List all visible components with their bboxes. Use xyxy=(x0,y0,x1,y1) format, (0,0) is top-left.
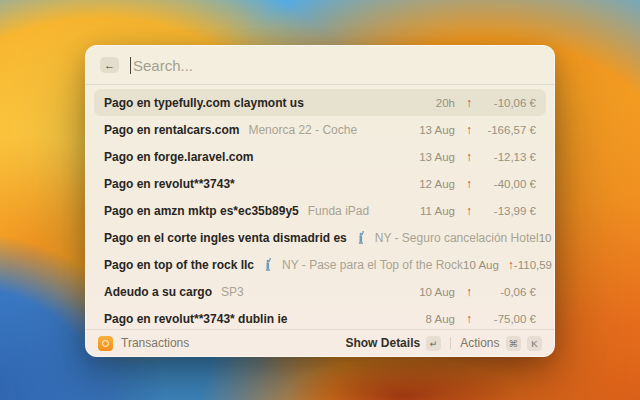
statue-of-liberty-icon xyxy=(263,258,273,271)
row-amount: -40,00 € xyxy=(474,178,536,190)
row-title: Pago en forge.laravel.com xyxy=(104,150,253,164)
row-title: Pago en revolut**3743* xyxy=(104,177,235,191)
arrow-up-icon: ↑ xyxy=(464,150,474,164)
arrow-left-icon: ← xyxy=(104,59,115,71)
show-details-label: Show Details xyxy=(345,336,420,350)
row-amount: -10,06 € xyxy=(474,97,536,109)
search-input[interactable]: Search... xyxy=(133,57,193,74)
row-date: 10 Aug xyxy=(463,259,499,271)
transaction-row[interactable]: Pago en top of the rock llc NY - Pase pa… xyxy=(94,251,546,278)
transactions-app-icon xyxy=(98,336,113,351)
source-label: Transactions xyxy=(121,336,189,350)
text-caret xyxy=(130,57,131,74)
row-date: 20h xyxy=(405,97,455,109)
row-amount: -13,99 € xyxy=(474,205,536,217)
back-button[interactable]: ← xyxy=(100,57,119,73)
transaction-row[interactable]: Pago en el corte ingles venta dismadrid … xyxy=(94,224,546,251)
arrow-up-icon: ↑ xyxy=(464,204,474,218)
row-date: 13 Aug xyxy=(405,151,455,163)
row-date: 8 Aug xyxy=(405,313,455,325)
transaction-row[interactable]: Pago en amzn mktp es*ec35b89y5 Funda iPa… xyxy=(94,197,546,224)
row-title: Pago en amzn mktp es*ec35b89y5 xyxy=(104,204,299,218)
arrow-up-icon: ↑ xyxy=(464,177,474,191)
transaction-row[interactable]: Adeudo a su cargo SP3 10 Aug ↑ -0,06 € xyxy=(94,278,546,305)
arrow-up-icon: ↑ xyxy=(464,285,474,299)
row-subtitle: NY - Pase para el Top of the Rock xyxy=(282,258,463,272)
arrow-up-icon: ↑ xyxy=(464,312,474,326)
row-subtitle: SP3 xyxy=(221,285,244,299)
k-key-badge: K xyxy=(527,336,542,351)
row-date: 13 Aug xyxy=(405,124,455,136)
row-title: Pago en typefully.com claymont us xyxy=(104,96,304,110)
row-date: 11 Aug xyxy=(405,205,455,217)
row-date: 10 Aug xyxy=(539,232,554,244)
footer-divider xyxy=(450,337,451,349)
transaction-row[interactable]: Pago en forge.laravel.com 13 Aug ↑ -12,1… xyxy=(94,143,546,170)
arrow-up-icon: ↑ xyxy=(464,96,474,110)
transaction-list: Pago en typefully.com claymont us 20h ↑ … xyxy=(86,85,554,329)
row-date: 10 Aug xyxy=(405,286,455,298)
row-amount: -110,59 € xyxy=(514,259,554,271)
launcher-window: ← Search... Pago en typefully.com claymo… xyxy=(85,45,555,357)
row-subtitle: Funda iPad xyxy=(308,204,369,218)
row-title: Pago en el corte ingles venta dismadrid … xyxy=(104,231,347,245)
show-details-button[interactable]: Show Details ↵ xyxy=(345,336,441,351)
row-date: 12 Aug xyxy=(405,178,455,190)
transaction-row[interactable]: Pago en revolut**3743* dublin ie 8 Aug ↑… xyxy=(94,305,546,329)
row-title: Pago en rentalcars.com xyxy=(104,123,239,137)
row-title: Pago en top of the rock llc xyxy=(104,258,254,272)
row-title: Pago en revolut**3743* dublin ie xyxy=(104,312,287,326)
row-amount: -12,13 € xyxy=(474,151,536,163)
row-amount: -0,06 € xyxy=(474,286,536,298)
cmd-key-badge: ⌘ xyxy=(506,336,522,351)
search-bar: ← Search... xyxy=(86,46,554,85)
row-subtitle: NY - Seguro cancelación Hotel xyxy=(375,231,539,245)
enter-key-badge: ↵ xyxy=(426,336,441,351)
footer-bar: Transactions Show Details ↵ Actions ⌘ K xyxy=(86,329,554,356)
arrow-up-icon: ↑ xyxy=(464,123,474,137)
row-subtitle: Menorca 22 - Coche xyxy=(248,123,357,137)
row-amount: -166,57 € xyxy=(474,124,536,136)
row-amount: -75,00 € xyxy=(474,313,536,325)
row-title: Adeudo a su cargo xyxy=(104,285,212,299)
actions-label: Actions xyxy=(460,336,499,350)
transaction-row[interactable]: Pago en rentalcars.com Menorca 22 - Coch… xyxy=(94,116,546,143)
transaction-row[interactable]: Pago en typefully.com claymont us 20h ↑ … xyxy=(94,89,546,116)
statue-of-liberty-icon xyxy=(356,231,366,244)
actions-button[interactable]: Actions ⌘ K xyxy=(460,336,542,351)
transaction-row[interactable]: Pago en revolut**3743* 12 Aug ↑ -40,00 € xyxy=(94,170,546,197)
